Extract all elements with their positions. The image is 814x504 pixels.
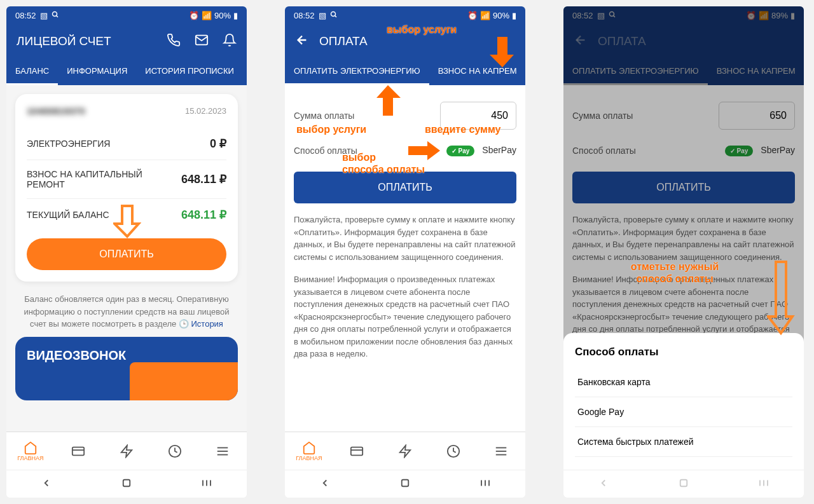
alarm-icon: ⏰ <box>467 11 478 20</box>
nav-counters[interactable] <box>381 432 429 470</box>
svg-marker-19 <box>400 445 411 456</box>
account-number: 10400819370 <box>27 106 85 116</box>
android-nav <box>563 470 804 498</box>
videocall-banner[interactable]: ВИДЕОЗВОНОК <box>15 337 238 400</box>
search-small-icon <box>330 11 338 20</box>
mail-icon[interactable] <box>195 33 209 50</box>
svg-line-1 <box>56 15 58 17</box>
annotation-arrow-up <box>374 83 402 118</box>
tab-balance[interactable]: БАЛАНС <box>6 58 58 85</box>
bottom-nav: ГЛАВНАЯ <box>6 432 247 470</box>
sys-home[interactable] <box>114 477 139 491</box>
clock-icon: 🕒 <box>179 319 191 329</box>
option-sbp[interactable]: Система быстрых платежей <box>575 427 792 457</box>
app-header: ЛИЦЕВОЙ СЧЕТ <box>6 24 247 58</box>
balance-date: 15.02.2023 <box>185 106 226 116</box>
sberpay-badge-icon: ✓ Pay <box>446 146 475 156</box>
sys-back[interactable] <box>591 477 616 491</box>
nav-menu[interactable] <box>477 432 525 470</box>
sys-recents[interactable] <box>751 477 776 491</box>
sys-recents[interactable] <box>194 477 219 491</box>
signal-icon: 📶 <box>480 11 490 20</box>
nav-menu[interactable] <box>198 432 247 470</box>
status-bar: 08:52 ▧ ⏰ 📶 90% ▮ <box>285 6 525 24</box>
sys-home[interactable] <box>671 477 696 491</box>
info-paragraph-2: Внимание! Информация о произведенных пла… <box>294 273 516 360</box>
tabs: БАЛАНС ИНФОРМАЦИЯ ИСТОРИЯ ПРОПИСКИ <box>6 58 247 85</box>
sys-back[interactable] <box>312 477 338 491</box>
battery-icon: ▮ <box>512 11 516 20</box>
row-capital-repair: ВЗНОС НА КАПИТАЛЬНЫЙ РЕМОНТ 648.11 ₽ <box>27 160 226 199</box>
content: 10400819370 15.02.2023 ЭЛЕКТРОЭНЕРГИЯ 0 … <box>6 85 247 432</box>
app-header: ОПЛАТА <box>285 24 525 58</box>
pay-button[interactable]: ОПЛАТИТЬ <box>27 238 226 270</box>
option-bank-card[interactable]: Банковская карта <box>575 367 792 397</box>
battery-icon: ▮ <box>233 11 238 20</box>
back-icon[interactable] <box>295 33 309 50</box>
content: Сумма оплаты Способ оплаты ✓ Pay SberPay… <box>285 85 525 432</box>
battery-pct: 90% <box>214 11 231 20</box>
row-current-balance: ТЕКУЩИЙ БАЛАНС 648.11 ₽ <box>27 199 226 231</box>
balance-card: 10400819370 15.02.2023 ЭЛЕКТРОЭНЕРГИЯ 0 … <box>15 94 238 282</box>
svg-rect-31 <box>680 479 687 486</box>
nav-card[interactable] <box>333 432 382 470</box>
option-google-pay[interactable]: Google Pay <box>575 397 792 427</box>
sys-back[interactable] <box>34 477 59 491</box>
nav-counters[interactable] <box>102 432 151 470</box>
sys-home[interactable] <box>392 477 418 491</box>
payment-method-name: SberPay <box>482 145 516 155</box>
page-title: ОПЛАТА <box>319 34 515 48</box>
search-small-icon <box>52 11 59 20</box>
status-time: 08:52 <box>15 11 36 20</box>
tab-info[interactable]: ИНФОРМАЦИЯ <box>58 58 136 85</box>
method-row[interactable]: Способ оплаты ✓ Pay SberPay <box>294 137 516 164</box>
phone-screen-payment: 08:52 ▧ ⏰ 📶 90% ▮ ОПЛАТА ОПЛАТИТЬ ЭЛЕКТР… <box>285 6 525 498</box>
signal-icon: 📶 <box>202 11 212 20</box>
svg-rect-3 <box>72 447 84 455</box>
history-link[interactable]: История <box>191 319 223 329</box>
balance-note: Баланс обновляется один раз в месяц. Опе… <box>15 290 238 337</box>
row-electricity: ЭЛЕКТРОЭНЕРГИЯ 0 ₽ <box>27 128 226 160</box>
sheet-title: Способ оплаты <box>575 346 792 358</box>
nav-home[interactable]: ГЛАВНАЯ <box>285 432 333 470</box>
status-time: 08:52 <box>294 11 315 20</box>
annotation-arrow-right <box>406 140 441 161</box>
screenshot-icon: ▧ <box>40 11 48 20</box>
phone-icon[interactable] <box>167 33 181 50</box>
android-nav <box>285 470 525 498</box>
tabs: ОПЛАТИТЬ ЭЛЕКТРОЭНЕРГИЮ ВЗНОС НА КАПРЕМ <box>285 58 525 85</box>
screenshot-icon: ▧ <box>319 11 326 20</box>
amount-input[interactable] <box>440 102 516 130</box>
info-paragraph-1: Пожалуйста, проверьте сумму к оплате и н… <box>294 214 516 263</box>
alarm-icon: ⏰ <box>189 11 199 20</box>
android-nav <box>6 470 247 498</box>
pay-button[interactable]: ОПЛАТИТЬ <box>294 172 516 203</box>
svg-rect-24 <box>402 479 409 486</box>
bell-icon[interactable] <box>223 33 237 50</box>
bottom-nav: ГЛАВНАЯ <box>285 432 525 470</box>
amount-row: Сумма оплаты <box>294 94 516 137</box>
nav-history-bottom[interactable] <box>429 432 478 470</box>
battery-pct: 90% <box>493 11 509 20</box>
svg-marker-5 <box>121 445 132 456</box>
nav-home[interactable]: ГЛАВНАЯ <box>6 432 55 470</box>
nav-card[interactable] <box>55 432 103 470</box>
phone-screen-account: 08:52 ▧ ⏰ 📶 90% ▮ ЛИЦЕВОЙ СЧЕТ <box>6 6 247 498</box>
tab-pay-caprepair[interactable]: ВЗНОС НА КАПРЕМ <box>429 58 525 85</box>
status-bar: 08:52 ▧ ⏰ 📶 90% ▮ <box>6 6 247 24</box>
page-title: ЛИЦЕВОЙ СЧЕТ <box>17 34 156 48</box>
tab-pay-electricity[interactable]: ОПЛАТИТЬ ЭЛЕКТРОЭНЕРГИЮ <box>285 58 429 85</box>
svg-rect-17 <box>351 447 362 455</box>
svg-rect-10 <box>123 479 130 486</box>
nav-history-bottom[interactable] <box>151 432 199 470</box>
sys-recents[interactable] <box>473 477 498 491</box>
svg-point-0 <box>52 11 57 16</box>
svg-point-14 <box>331 11 335 16</box>
phone-screen-method-sheet: 08:52 ▧ ⏰ 📶 89% ▮ ОПЛАТА ОПЛАТИТЬ ЭЛЕКТР… <box>563 6 804 498</box>
tab-history[interactable]: ИСТОРИЯ ПРОПИСКИ <box>136 58 243 85</box>
svg-line-15 <box>335 15 336 17</box>
